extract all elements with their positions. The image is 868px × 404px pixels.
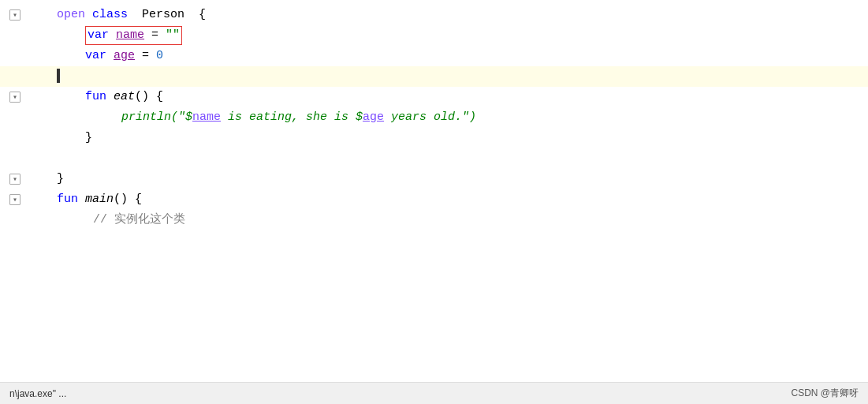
line-content-1: open class Person {	[50, 5, 868, 25]
code-line-1: ▾open class Person {	[0, 5, 868, 25]
code-line-4	[0, 66, 868, 87]
code-line-10: ▾fun main() {	[0, 189, 868, 210]
gutter-5: ▾	[6, 92, 50, 103]
code-line-9: ▾}	[0, 169, 868, 189]
code-line-2: var name = ""	[0, 25, 868, 46]
line-content-10: fun main() {	[50, 189, 868, 210]
line-content-6: println("$name is eating, she is $age ye…	[58, 107, 868, 128]
gutter-10: ▾	[6, 194, 50, 205]
status-left: n\java.exe" ...	[9, 388, 66, 399]
line-content-11: // 实例化这个类	[58, 210, 868, 230]
status-right: CSDN @青卿呀	[791, 387, 859, 400]
status-bar: n\java.exe" ... CSDN @青卿呀	[0, 382, 868, 404]
gutter-1: ▾	[6, 9, 50, 21]
code-line-3: var age = 0	[0, 46, 868, 66]
line-content-9: }	[50, 169, 868, 189]
fold-marker-10[interactable]: ▾	[9, 194, 20, 205]
line-content-4	[50, 66, 868, 87]
code-line-7: }	[0, 128, 868, 148]
gutter-9: ▾	[6, 174, 50, 185]
code-line-5: ▾ fun eat() {	[0, 87, 868, 107]
code-line-8	[0, 148, 868, 169]
fold-marker-9[interactable]: ▾	[9, 174, 20, 185]
line-content-2: var name = ""	[50, 25, 868, 46]
line-content-5: fun eat() {	[50, 87, 868, 107]
fold-marker-5[interactable]: ▾	[9, 92, 20, 103]
editor-area: ▾open class Person { var name = "" var a…	[0, 0, 868, 382]
line-content-7: }	[50, 128, 868, 148]
fold-marker-1[interactable]: ▾	[9, 9, 20, 21]
line-content-3: var age = 0	[50, 46, 868, 66]
code-line-11: // 实例化这个类	[0, 210, 868, 230]
code-line-6: println("$name is eating, she is $age ye…	[0, 107, 868, 128]
code-container: ▾open class Person { var name = "" var a…	[0, 0, 868, 382]
